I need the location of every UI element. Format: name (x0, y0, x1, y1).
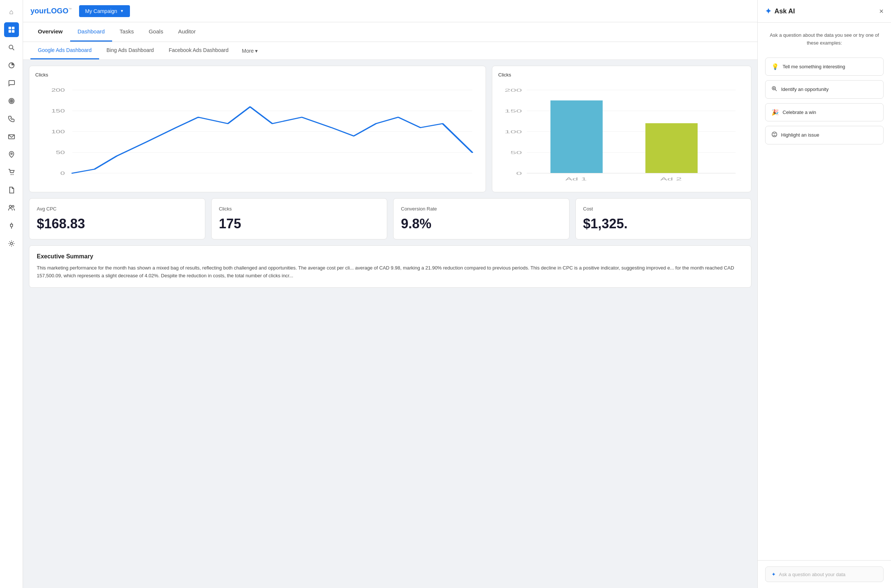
sidebar-icon-mail[interactable] (4, 129, 19, 144)
sidebar-icon-phone[interactable] (4, 111, 19, 126)
bar-chart-title: Clicks (498, 72, 745, 78)
sidebar-icon-grid[interactable] (4, 22, 19, 37)
ai-suggestion-opportunity[interactable]: Identify an opportunity (765, 80, 884, 99)
sidebar-icon-cart[interactable] (4, 165, 19, 180)
sidebar-icon-settings[interactable] (4, 236, 19, 251)
svg-text:150: 150 (51, 108, 65, 113)
svg-text:50: 50 (56, 150, 65, 155)
ai-input-area: ✦ Ask a question about your data (758, 560, 891, 588)
bar-chart-card: Clicks 200 150 100 50 0 (492, 66, 752, 192)
sidebar-icon-doc[interactable] (4, 183, 19, 198)
ai-panel-body: Ask a question about the data you see or… (758, 22, 891, 560)
metric-value-clicks: 175 (219, 216, 380, 232)
more-label: More (242, 48, 254, 54)
metric-card-avg-cpc: Avg CPC $168.83 (29, 198, 205, 239)
svg-point-14 (9, 205, 12, 207)
metric-card-clicks: Clicks 175 (211, 198, 388, 239)
celebrate-icon: 🎉 (771, 109, 779, 116)
tab-overview[interactable]: Overview (30, 22, 70, 42)
sidebar-icon-chart[interactable] (4, 58, 19, 73)
ai-input-placeholder: Ask a question about your data (779, 572, 845, 577)
line-chart-card: Clicks 200 150 100 50 0 (29, 66, 486, 192)
ai-close-button[interactable]: × (879, 7, 884, 16)
svg-point-15 (12, 206, 14, 207)
sidebar-icon-chat[interactable] (4, 76, 19, 91)
sub-tab-more[interactable]: More ▾ (236, 42, 264, 59)
executive-summary-title: Executive Summary (37, 253, 744, 260)
metric-card-conversion: Conversion Rate 9.8% (393, 198, 570, 239)
svg-point-19 (10, 242, 13, 244)
ai-suggestion-opportunity-label: Identify an opportunity (781, 87, 829, 92)
line-chart-container: 200 150 100 50 0 (35, 82, 480, 186)
ai-suggestion-issue[interactable]: Highlight an issue (765, 126, 884, 144)
svg-rect-0 (9, 27, 11, 29)
tab-tasks[interactable]: Tasks (112, 22, 141, 42)
ai-panel-header: ✦ Ask AI × (758, 0, 891, 22)
ai-panel-title: ✦ Ask AI (765, 7, 795, 16)
metric-value-cost: $1,325. (583, 216, 744, 232)
executive-summary-text: This marketing performance for the month… (37, 264, 744, 280)
logo-text-bold: LOGO (46, 7, 68, 15)
svg-text:0: 0 (516, 171, 522, 176)
executive-summary-card: Executive Summary This marketing perform… (29, 245, 752, 288)
line-chart-path (72, 107, 472, 173)
ai-suggestion-interesting-label: Tell me something interesting (783, 64, 845, 69)
campaign-button-chevron: ▼ (120, 9, 124, 13)
bar-ad2 (645, 123, 698, 173)
metric-value-avg-cpc: $168.83 (37, 216, 198, 232)
sidebar-icon-location[interactable] (4, 147, 19, 162)
more-chevron-icon: ▾ (255, 48, 258, 54)
ai-suggestion-interesting[interactable]: 💡 Tell me something interesting (765, 57, 884, 76)
metric-value-conversion: 9.8% (401, 216, 562, 232)
ai-prompt-text: Ask a question about the data you see or… (765, 32, 884, 47)
svg-point-47 (772, 132, 777, 136)
svg-line-5 (12, 49, 14, 51)
svg-text:0: 0 (60, 171, 65, 176)
sidebar-icon-plug[interactable] (4, 218, 19, 233)
svg-rect-3 (12, 30, 15, 33)
logo-trademark: ™ (68, 8, 72, 11)
svg-text:150: 150 (504, 108, 522, 114)
ai-suggestion-celebrate[interactable]: 🎉 Celebrate a win (765, 103, 884, 122)
ai-input-box[interactable]: ✦ Ask a question about your data (765, 567, 884, 582)
svg-text:200: 200 (51, 88, 65, 92)
svg-point-11 (11, 153, 12, 154)
line-chart-title: Clicks (35, 72, 480, 78)
svg-point-12 (10, 174, 12, 175)
metric-card-cost: Cost $1,325. (575, 198, 752, 239)
sidebar-icon-target[interactable] (4, 93, 19, 108)
sub-tab-google[interactable]: Google Ads Dashboard (30, 42, 99, 59)
ai-suggestion-celebrate-label: Celebrate a win (783, 110, 816, 115)
sidebar-icon-search[interactable] (4, 40, 19, 55)
bar-chart-svg: 200 150 100 50 0 Ad 1 Ad 2 (498, 82, 745, 186)
sidebar: ⌂ (0, 0, 23, 588)
svg-text:Ad 1: Ad 1 (566, 176, 587, 182)
nav-tabs: Overview Dashboard Tasks Goals Auditor (23, 22, 758, 42)
metric-label-avg-cpc: Avg CPC (37, 206, 198, 212)
logo: yourLOGO™ (30, 7, 72, 15)
tab-auditor[interactable]: Auditor (171, 22, 204, 42)
ai-title-text: Ask AI (774, 8, 795, 15)
sub-tabs: Google Ads Dashboard Bing Ads Dashboard … (23, 42, 758, 60)
tab-dashboard[interactable]: Dashboard (70, 22, 112, 42)
sidebar-icon-users[interactable] (4, 201, 19, 215)
metric-label-cost: Cost (583, 206, 744, 212)
svg-text:50: 50 (510, 150, 522, 155)
ai-input-sparkle-icon: ✦ (771, 571, 776, 577)
sub-tab-bing[interactable]: Bing Ads Dashboard (99, 42, 162, 59)
svg-point-9 (11, 100, 12, 102)
content-area: Clicks 200 150 100 50 0 (23, 60, 758, 588)
sidebar-icon-home[interactable]: ⌂ (4, 4, 19, 19)
opportunity-icon (771, 86, 777, 93)
tab-goals[interactable]: Goals (141, 22, 170, 42)
sub-tab-facebook[interactable]: Facebook Ads Dashboard (161, 42, 236, 59)
svg-point-13 (12, 174, 14, 175)
campaign-button[interactable]: My Campaign ▼ (79, 5, 130, 17)
main-wrapper: yourLOGO™ My Campaign ▼ Overview Dashboa… (23, 0, 758, 588)
bar-ad1 (550, 100, 603, 173)
svg-text:Ad 2: Ad 2 (660, 176, 682, 182)
metric-label-conversion: Conversion Rate (401, 206, 562, 212)
issue-icon (771, 131, 777, 139)
ai-panel: ✦ Ask AI × Ask a question about the data… (758, 0, 891, 588)
charts-row: Clicks 200 150 100 50 0 (29, 66, 752, 192)
